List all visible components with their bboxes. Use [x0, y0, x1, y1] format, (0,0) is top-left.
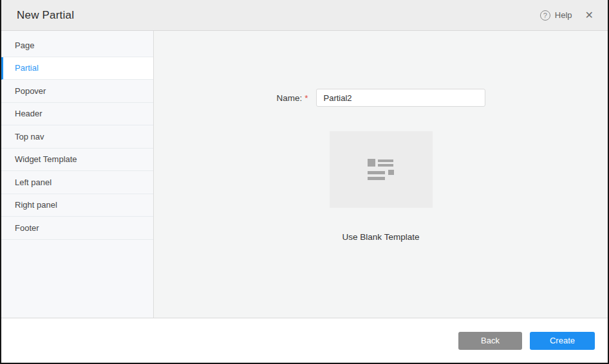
sidebar-item-partial[interactable]: Partial: [1, 57, 153, 80]
dialog-header: New Partial ? Help ✕: [1, 0, 608, 31]
sidebar-item-widget-template[interactable]: Widget Template: [1, 149, 153, 172]
new-partial-dialog: New Partial ? Help ✕ PagePartialPopoverH…: [0, 0, 609, 364]
blank-template-label[interactable]: Use Blank Template: [342, 232, 420, 242]
help-button[interactable]: ? Help: [540, 10, 572, 21]
sidebar-item-popover[interactable]: Popover: [1, 80, 153, 103]
help-icon: ?: [540, 10, 550, 21]
main-panel: Name: *: [154, 31, 608, 318]
sidebar-item-header[interactable]: Header: [1, 103, 153, 126]
back-button[interactable]: Back: [458, 332, 522, 350]
help-label: Help: [555, 10, 572, 20]
blank-template-card[interactable]: Use Blank Template: [330, 131, 433, 242]
sidebar-item-page[interactable]: Page: [1, 34, 153, 57]
name-label: Name:: [276, 93, 302, 103]
icon-row-2: [368, 170, 394, 175]
required-marker: *: [304, 93, 308, 103]
dialog-footer: Back Create: [1, 318, 608, 363]
name-input[interactable]: [316, 89, 485, 107]
sidebar-item-left-panel[interactable]: Left panel: [1, 171, 153, 194]
header-actions: ? Help ✕: [540, 10, 594, 21]
name-field-row: Name: *: [276, 89, 485, 107]
sidebar-item-right-panel[interactable]: Right panel: [1, 194, 153, 217]
sidebar-item-top-nav[interactable]: Top nav: [1, 125, 153, 149]
icon-row-1: [368, 159, 394, 167]
icon-row-3: [368, 177, 394, 180]
close-icon[interactable]: ✕: [585, 10, 594, 21]
sidebar-item-footer[interactable]: Footer: [1, 217, 153, 240]
dialog-title: New Partial: [17, 9, 74, 22]
blank-template-thumbnail[interactable]: [330, 131, 433, 208]
blank-template-icon: [368, 159, 394, 180]
create-button[interactable]: Create: [530, 332, 595, 350]
sidebar: PagePartialPopoverHeaderTop navWidget Te…: [1, 31, 154, 318]
dialog-body: PagePartialPopoverHeaderTop navWidget Te…: [1, 31, 608, 318]
